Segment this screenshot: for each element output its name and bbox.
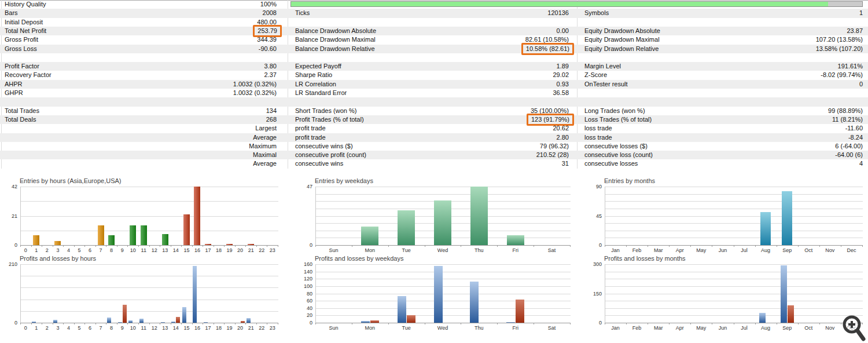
stat-label: consecutive losses xyxy=(584,159,638,168)
gridline xyxy=(605,308,863,309)
bar-profits-and-losses-by-hours-13-profit xyxy=(161,322,165,323)
bar-profits-and-losses-by-weekdays-Mon-profit xyxy=(361,321,370,323)
x-axis-label: 8 xyxy=(106,325,117,331)
stat-label: loss trade xyxy=(584,124,612,133)
stat-value: 6 (-64.00) xyxy=(723,142,863,151)
y-axis-label: 300 xyxy=(584,261,602,267)
bar-entries-by-hours-asia-europe-usa-10 xyxy=(130,225,136,245)
stat-value: 123 (91.79%) xyxy=(434,115,569,124)
x-axis-label: 6 xyxy=(84,325,95,331)
x-axis-label: May xyxy=(690,247,712,253)
axis-tick xyxy=(669,245,670,247)
stats-row: Largestprofit trade20.62loss trade-11.60 xyxy=(0,124,868,133)
stat-value: 20.62 xyxy=(434,124,569,133)
stats-row: Recovery Factor2.37Sharpe Ratio29.02Z-Sc… xyxy=(0,71,868,79)
stat-value: 210.52 (28) xyxy=(434,151,569,159)
axis-tick xyxy=(798,245,799,247)
axis-tick xyxy=(712,245,712,247)
axis-tick xyxy=(570,245,571,247)
stat-label: Total Net Profit xyxy=(5,27,46,35)
x-axis-label: 16 xyxy=(192,247,203,253)
axis-tick xyxy=(214,245,214,247)
bar-entries-by-hours-asia-europe-usa-11 xyxy=(141,225,147,245)
bar-entries-by-hours-asia-europe-usa-15 xyxy=(183,214,190,245)
x-axis-label: Jul xyxy=(734,325,755,331)
stat-label: Equity Drawdown Absolute xyxy=(584,27,660,35)
bar-profits-and-losses-by-hours-10-profit xyxy=(128,320,133,323)
axis-tick xyxy=(862,245,863,247)
gridline xyxy=(316,272,571,272)
axis-tick xyxy=(160,323,160,324)
y-axis-label: 45 xyxy=(584,213,602,219)
y-axis-label: 20 xyxy=(295,312,312,318)
axis-tick xyxy=(690,323,691,324)
stat-label: Loss Trades (% of total) xyxy=(584,115,652,124)
axis-tick xyxy=(388,323,389,324)
axis-tick xyxy=(117,323,117,324)
stats-table: History Quality100%Bars2008Ticks120136Sy… xyxy=(0,0,868,169)
axis-tick xyxy=(53,323,53,324)
gridline xyxy=(21,276,278,276)
x-axis-label: 4 xyxy=(63,247,74,253)
x-axis-label: 0 xyxy=(20,247,31,253)
x-axis-label: Mar xyxy=(648,247,669,253)
x-axis-label: Tue xyxy=(388,247,425,253)
stat-label: Total Trades xyxy=(5,107,39,115)
stat-value: 31 xyxy=(434,159,569,168)
stat-label: Bars xyxy=(5,9,18,17)
axis-tick xyxy=(203,245,203,247)
x-axis-label: Nov xyxy=(819,325,841,331)
x-axis-label: Feb xyxy=(626,247,648,253)
bar-entries-by-weekdays-Fri xyxy=(507,235,524,245)
bar-entries-by-hours-asia-europe-usa-19 xyxy=(226,244,233,245)
axis-tick xyxy=(53,245,53,247)
x-axis-label: 7 xyxy=(95,325,106,331)
axis-tick xyxy=(534,323,534,324)
axis-tick xyxy=(106,245,106,247)
bar-profits-and-losses-by-months-Aug-profit xyxy=(759,313,766,323)
x-axis-label: 17 xyxy=(203,247,214,253)
stat-value: -64.00 (6) xyxy=(723,151,863,159)
x-axis-label: 15 xyxy=(181,325,192,331)
stats-row: History Quality100% xyxy=(0,0,868,9)
x-axis-label: 2 xyxy=(42,325,53,331)
x-axis-label: Apr xyxy=(669,247,690,253)
axis-tick xyxy=(95,323,96,324)
bar-profits-and-losses-by-hours-9-profit xyxy=(118,322,122,323)
chart-title: Profits and losses by hours xyxy=(20,255,96,262)
x-axis-label: 23 xyxy=(267,247,278,253)
axis-tick xyxy=(20,323,21,324)
axis-tick xyxy=(181,323,182,324)
stat-label: Balance Drawdown Maximal xyxy=(295,35,376,44)
stat-value: 100% xyxy=(145,0,277,9)
chart-title: Profits and losses by months xyxy=(604,255,686,262)
bar-entries-by-hours-asia-europe-usa-8 xyxy=(108,235,115,245)
x-axis-label: Mar xyxy=(648,325,669,331)
stat-value: Largest xyxy=(145,124,277,133)
axis-tick xyxy=(224,323,225,324)
stat-label: OnTester result xyxy=(584,80,628,89)
x-axis-label: Mon xyxy=(352,247,388,253)
x-axis-label: May xyxy=(690,325,712,331)
axis-tick xyxy=(712,323,712,324)
gridline xyxy=(21,311,278,312)
stat-label: Expected Payoff xyxy=(295,62,341,71)
axis-tick xyxy=(149,323,150,324)
x-axis-label: 10 xyxy=(127,325,138,331)
x-axis-label: Jun xyxy=(712,325,733,331)
gridline xyxy=(605,187,863,187)
y-axis-label: 0 xyxy=(584,242,602,248)
plot-area xyxy=(605,264,863,323)
axis-tick xyxy=(734,245,734,247)
y-axis-label: 60 xyxy=(295,298,312,304)
x-axis-label: Mon xyxy=(352,325,388,331)
x-axis-label: Sat xyxy=(534,325,570,331)
axis-tick xyxy=(149,245,150,247)
stat-label: Symbols xyxy=(584,9,609,17)
stat-label: Recovery Factor xyxy=(5,71,52,79)
x-axis-label: 20 xyxy=(235,325,246,331)
magnifier-zoom-icon xyxy=(839,313,866,342)
stat-value: 253.79 xyxy=(145,27,277,35)
gridline xyxy=(605,216,863,217)
stat-label: GHPR xyxy=(5,89,23,97)
